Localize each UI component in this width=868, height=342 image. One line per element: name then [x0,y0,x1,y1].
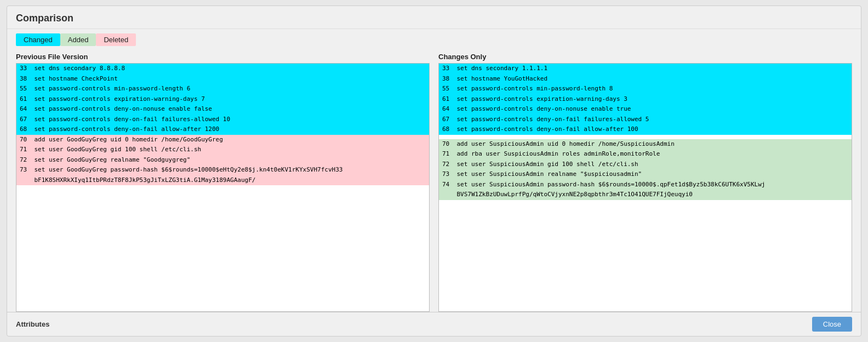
code-line: 71 set user GoodGuyGreg gid 100 shell /e… [16,145,429,155]
code-line: 71 add rba user SuspiciousAdmin roles ad… [439,149,852,159]
content-area: Previous File Version 33 set dns seconda… [7,49,861,312]
comparison-dialog: Comparison Changed Added Deleted Previou… [7,5,861,337]
right-panel-content[interactable]: 33 set dns secondary 1.1.1.138 set hostn… [438,63,852,312]
dialog-title: Comparison [7,6,861,29]
code-line: 61 set password-controls expiration-warn… [439,94,852,105]
code-line: 68 set password-controls deny-on-fail al… [16,124,429,135]
code-line: 33 set dns secondary 1.1.1.1 [439,64,852,74]
code-line: 64 set password-controls deny-on-nonuse … [439,104,852,115]
code-line: 55 set password-controls min-password-le… [16,84,429,94]
legend-added: Added [60,33,96,46]
code-line: 73 set user SuspiciousAdmin realname "$u… [439,169,852,180]
code-line: 61 set password-controls expiration-warn… [16,94,429,105]
code-line: 70 add user GoodGuyGreg uid 0 homedir /h… [16,135,429,145]
code-line: 67 set password-controls deny-on-fail fa… [16,115,429,125]
code-line: 38 set hostname CheckPoint [16,74,429,84]
code-line: 68 set password-controls deny-on-fail al… [439,124,852,135]
left-panel-header: Previous File Version [16,49,430,63]
attributes-label: Attributes [16,320,49,328]
right-panel: Changes Only 33 set dns secondary 1.1.1.… [438,49,852,312]
code-line: 70 add user SuspiciousAdmin uid 0 homedi… [439,139,852,150]
code-line: 72 set user SuspiciousAdmin gid 100 shel… [439,159,852,170]
code-line [16,193,429,194]
left-panel: Previous File Version 33 set dns seconda… [16,49,430,312]
panel-divider [430,49,438,312]
code-line: BVS7W1ZkBzUDuwLprfPg/qWtoCVjyxnNE2p8qpbt… [439,190,852,200]
code-line: bF1K8SHXRkXIyq1ItbPRdzT8F8JkP53gJiTxLZG3… [16,175,429,186]
legend-deleted: Deleted [96,33,136,46]
legend-section: Changed Added Deleted [7,29,861,49]
code-line: 33 set dns secondary 8.8.8.8 [16,64,429,74]
legend-changed: Changed [16,33,60,46]
attributes-bar: Attributes Close [7,312,861,336]
code-line: 55 set password-controls min-password-le… [439,84,852,94]
close-button[interactable]: Close [812,317,852,332]
code-line: 74 set user SuspiciousAdmin password-has… [439,180,852,190]
code-line: 64 set password-controls deny-on-nonuse … [16,104,429,115]
code-line: 72 set user GoodGuyGreg realname "Goodgu… [16,155,429,166]
code-line: 67 set password-controls deny-on-fail fa… [439,115,852,125]
left-panel-content[interactable]: 33 set dns secondary 8.8.8.838 set hostn… [16,63,430,312]
code-line: 38 set hostname YouGotHacked [439,74,852,84]
code-line: 73 set user GoodGuyGreg password-hash $6… [16,165,429,175]
right-panel-header: Changes Only [438,49,852,63]
